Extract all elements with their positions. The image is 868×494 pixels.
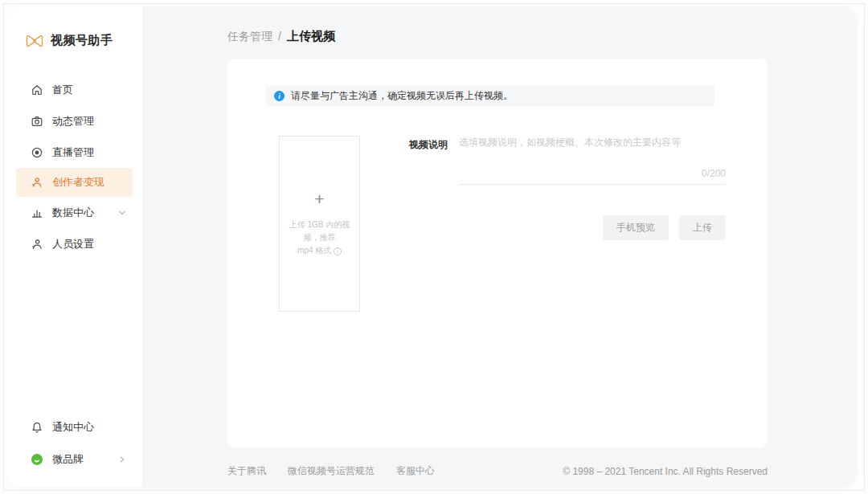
- sidebar-item-data-center[interactable]: 数据中心: [6, 197, 142, 228]
- sidebar-item-label: 人员设置: [52, 237, 94, 251]
- sidebar-item-notifications[interactable]: 通知中心: [6, 411, 142, 443]
- sidebar-item-label: 数据中心: [52, 206, 94, 220]
- phone-preview-button[interactable]: 手机预览: [603, 215, 669, 240]
- footer-link-customer-service[interactable]: 客服中心: [396, 464, 435, 478]
- sidebar-menu: 首页 动态管理 直: [6, 74, 142, 259]
- app-window: 视频号助手 首页 动态管理: [6, 6, 857, 487]
- footer: 关于腾讯 微信视频号运营规范 客服中心 © 1998 – 2021 Tencen…: [227, 464, 768, 478]
- page-title: 上传视频: [287, 29, 335, 44]
- video-upload-dropzone[interactable]: + 上传 1GB 内的视频，推荐 mp4 格式 i: [279, 136, 360, 312]
- brand-icon: [31, 453, 43, 466]
- main-area: 任务管理 / 上传视频 i 请尽量与广告主沟通，确定视频无误后再上传视频。 + …: [143, 6, 857, 487]
- live-record-icon: [31, 146, 43, 159]
- action-buttons: 手机预览 上传: [409, 215, 726, 240]
- upload-info-icon[interactable]: i: [334, 247, 342, 255]
- upload-card: i 请尽量与广告主沟通，确定视频无误后再上传视频。 + 上传 1GB 内的视频，…: [227, 59, 768, 448]
- sidebar-item-moments[interactable]: 动态管理: [6, 105, 142, 137]
- channels-logo-icon: [26, 34, 43, 48]
- bar-chart-icon: [31, 206, 43, 219]
- description-label: 视频说明: [409, 136, 448, 185]
- sidebar-spacer: [6, 259, 142, 411]
- person-icon: [31, 238, 43, 251]
- description-field-row: 视频说明 0/200: [409, 136, 726, 185]
- copyright: © 1998 – 2021 Tencent Inc. All Rights Re…: [563, 466, 768, 477]
- logo-row: 视频号助手: [6, 6, 142, 48]
- breadcrumb-parent[interactable]: 任务管理: [227, 30, 272, 44]
- notice-text: 请尽量与广告主沟通，确定视频无误后再上传视频。: [291, 89, 513, 103]
- chevron-down-icon: [118, 209, 126, 217]
- creator-icon: [31, 176, 43, 189]
- upload-form-row: + 上传 1GB 内的视频，推荐 mp4 格式 i 视频说明 0/200: [279, 136, 768, 312]
- sidebar-item-creator-monetization[interactable]: 创作者变现: [16, 168, 133, 197]
- sidebar-item-home[interactable]: 首页: [6, 74, 142, 105]
- sidebar-item-label: 创作者变现: [52, 175, 104, 190]
- upload-button[interactable]: 上传: [679, 215, 726, 240]
- chevron-right-icon: [118, 455, 126, 463]
- breadcrumb-separator: /: [278, 30, 281, 43]
- description-field: 0/200: [459, 136, 726, 185]
- plus-icon: +: [314, 190, 324, 207]
- footer-link-operation-rules[interactable]: 微信视频号运营规范: [288, 464, 375, 478]
- sidebar-bottom-menu: 通知中心 微品牌: [6, 411, 142, 487]
- upload-hint-line1: 上传 1GB 内的视频，推荐: [289, 220, 350, 242]
- info-icon: i: [274, 91, 285, 101]
- sidebar-item-label: 首页: [52, 83, 73, 97]
- sidebar-item-wei-brand[interactable]: 微品牌: [6, 443, 142, 476]
- video-form: 视频说明 0/200 手机预览 上传: [409, 136, 726, 312]
- char-counter: 0/200: [459, 168, 726, 179]
- upload-hint-line2: mp4 格式: [297, 246, 331, 255]
- sidebar: 视频号助手 首页 动态管理: [6, 6, 143, 487]
- sidebar-item-label: 动态管理: [52, 114, 94, 129]
- footer-link-about-tencent[interactable]: 关于腾讯: [227, 464, 266, 478]
- sidebar-item-staff-settings[interactable]: 人员设置: [6, 228, 142, 259]
- home-icon: [31, 84, 43, 96]
- app-title: 视频号助手: [51, 33, 113, 48]
- camera-icon: [31, 115, 43, 128]
- sidebar-item-label: 微品牌: [52, 452, 84, 467]
- breadcrumb: 任务管理 / 上传视频: [227, 29, 335, 44]
- description-input[interactable]: [459, 136, 726, 165]
- notice-banner: i 请尽量与广告主沟通，确定视频无误后再上传视频。: [266, 86, 714, 106]
- sidebar-item-label: 通知中心: [52, 420, 94, 435]
- bell-icon: [31, 421, 43, 434]
- sidebar-item-label: 直播管理: [52, 145, 94, 160]
- upload-hint: 上传 1GB 内的视频，推荐 mp4 格式 i: [280, 218, 359, 257]
- sidebar-item-live[interactable]: 直播管理: [6, 137, 142, 168]
